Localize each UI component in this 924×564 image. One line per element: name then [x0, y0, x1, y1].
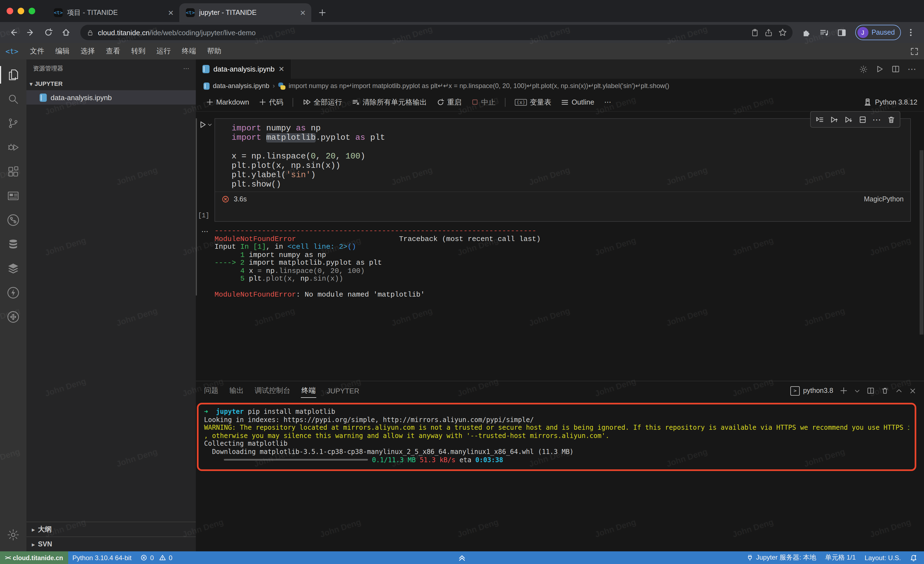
outline-button[interactable]: Outline — [557, 96, 598, 108]
run-cell-button[interactable] — [198, 120, 212, 129]
interrupt-button[interactable]: 中止 — [468, 95, 500, 109]
kernel-picker[interactable]: Python 3.8.12 — [864, 98, 917, 106]
panel-tab-debug-console[interactable]: 调试控制台 — [254, 381, 291, 400]
address-bar[interactable]: cloud.titanide.cn/ide/web/coding/jupyter… — [80, 25, 792, 40]
layers-stack-icon[interactable] — [0, 256, 26, 281]
run-all-button[interactable]: 全部运行 — [298, 95, 346, 109]
explorer-icon[interactable] — [0, 63, 26, 87]
reload-icon[interactable] — [41, 25, 56, 40]
keyboard-layout-status[interactable]: Layout: U.S. — [860, 554, 905, 561]
browser-tab-project[interactable]: <t> 项目 - TITANIDE ✕ — [47, 3, 179, 22]
notifications-bell-icon[interactable] — [905, 554, 924, 561]
toolbar-more-icon[interactable]: ⋯ — [600, 96, 615, 108]
run-by-line-icon[interactable] — [813, 113, 826, 126]
split-terminal-icon[interactable] — [867, 387, 874, 394]
side-panel-icon[interactable] — [834, 25, 849, 40]
panel-tab-terminal[interactable]: 终端 — [301, 381, 316, 400]
terminal-dropdown-icon[interactable] — [854, 388, 860, 394]
section-jupyter[interactable]: ▾ JUPYTER — [26, 77, 196, 90]
run-below-icon[interactable] — [842, 113, 855, 126]
minimize-window-button[interactable] — [18, 8, 24, 14]
search-icon[interactable] — [0, 87, 26, 111]
cell-gutter: [1] — [196, 118, 214, 222]
menu-terminal[interactable]: 终端 — [177, 45, 201, 58]
extensions-icon[interactable] — [0, 159, 26, 184]
source-control-icon[interactable] — [0, 111, 26, 135]
file-item-notebook[interactable]: data-analysis.ipynb — [26, 90, 196, 105]
panel-tab-problems[interactable]: 问题 — [204, 381, 219, 400]
terminal-output[interactable]: ➜ jupyter pip install matplotlibLooking … — [204, 408, 909, 464]
menu-run[interactable]: 运行 — [152, 45, 176, 58]
errors-icon — [140, 554, 147, 561]
cell-code-editor[interactable]: import numpy as npimport matplotlib.pypl… — [215, 119, 910, 191]
run-debug-icon[interactable] — [0, 135, 26, 159]
variables-button[interactable]: (x) 变量表 — [511, 95, 555, 109]
remote-indicator[interactable]: >< cloud.titanide.cn — [0, 551, 68, 564]
new-terminal-icon[interactable] — [840, 387, 848, 394]
live-preview-icon[interactable] — [0, 184, 26, 208]
browser-tab-jupyter[interactable]: <t> jupyter - TITANIDE ✕ — [179, 3, 311, 22]
cell-container[interactable]: ⋯ import numpy as npimport matplotlib.py… — [214, 118, 911, 222]
split-editor-icon[interactable] — [891, 65, 900, 73]
menu-goto[interactable]: 转到 — [126, 45, 150, 58]
section-svn[interactable]: ▸ SVN — [26, 537, 196, 551]
maximize-window-button[interactable] — [28, 8, 35, 14]
settings-gear-icon[interactable] — [0, 523, 26, 547]
extensions-puzzle-icon[interactable] — [799, 25, 814, 40]
maximize-panel-icon[interactable] — [896, 387, 903, 394]
add-markdown-button[interactable]: Markdown — [202, 96, 253, 108]
repo-circle-icon[interactable] — [0, 208, 26, 232]
split-cell-icon[interactable] — [856, 113, 869, 126]
lightning-icon[interactable] — [0, 281, 26, 305]
run-notebook-icon[interactable] — [876, 65, 884, 73]
forward-icon[interactable] — [23, 25, 39, 40]
kill-terminal-icon[interactable] — [881, 387, 889, 394]
new-tab-button[interactable] — [315, 5, 330, 20]
close-tab-icon[interactable]: ✕ — [168, 9, 174, 17]
database-icon[interactable] — [0, 232, 26, 256]
jupyter-server-status[interactable]: Jupyter 服务器: 本地 — [742, 553, 820, 562]
cell-language-label[interactable]: MagicPython — [864, 196, 904, 203]
panel-tab-jupyter[interactable]: JUPYTER — [326, 382, 360, 399]
hide-panel-chevrons-icon[interactable] — [458, 551, 466, 564]
reading-list-icon[interactable] — [816, 25, 832, 40]
share-icon[interactable] — [764, 28, 772, 37]
cell-more-icon[interactable]: ⋯ — [870, 113, 883, 126]
sidebar-more-icon[interactable]: ⋯ — [183, 65, 189, 72]
output-options-icon[interactable]: ⋯ — [196, 227, 214, 299]
menu-edit[interactable]: 编辑 — [50, 45, 75, 58]
bookmark-star-icon[interactable] — [778, 28, 787, 37]
clear-outputs-button[interactable]: 清除所有单元格输出 — [348, 95, 430, 109]
panel-tab-output[interactable]: 输出 — [229, 381, 244, 400]
terminal-shell-selector[interactable]: > python3.8 — [790, 386, 833, 396]
home-icon[interactable] — [58, 25, 74, 40]
problems-status[interactable]: 0 0 — [136, 554, 177, 561]
restart-kernel-button[interactable]: 重启 — [433, 95, 465, 109]
notebook-toolbar: Markdown 代码 全部运行 清除所有单元格输出 — [196, 93, 924, 112]
back-icon[interactable] — [6, 25, 21, 40]
run-above-icon[interactable] — [827, 113, 840, 126]
close-tab-icon[interactable]: ✕ — [300, 9, 306, 17]
cell-position-status[interactable]: 单元格 1/1 — [820, 553, 860, 562]
editor-scrollbar[interactable] — [920, 150, 924, 335]
menu-selection[interactable]: 选择 — [76, 45, 100, 58]
add-code-button[interactable]: 代码 — [255, 95, 287, 109]
breadcrumb[interactable]: data-analysis.ipynb › import numpy as np… — [196, 79, 924, 93]
menu-help[interactable]: 帮助 — [202, 45, 226, 58]
editor-more-icon[interactable]: ⋯ — [908, 64, 916, 74]
python-interpreter-status[interactable]: Python 3.10.4 64-bit — [68, 554, 136, 561]
menu-file[interactable]: 文件 — [25, 45, 49, 58]
browser-menu-kebab-icon[interactable] — [903, 25, 918, 40]
fullscreen-icon[interactable] — [910, 47, 918, 55]
notebook-settings-gear-icon[interactable] — [859, 65, 868, 74]
clipboard-icon[interactable] — [750, 28, 759, 37]
close-editor-tab-icon[interactable]: ✕ — [279, 65, 285, 73]
gateway-arrows-icon[interactable] — [0, 305, 26, 329]
close-window-button[interactable] — [7, 8, 13, 14]
editor-tab-notebook[interactable]: data-analysis.ipynb ✕ — [196, 59, 291, 79]
section-outline[interactable]: ▸ 大纲 — [26, 522, 196, 537]
profile-chip[interactable]: J Paused — [855, 25, 901, 40]
close-panel-icon[interactable] — [909, 387, 916, 394]
menu-view[interactable]: 查看 — [101, 45, 125, 58]
delete-cell-icon[interactable] — [884, 113, 898, 126]
